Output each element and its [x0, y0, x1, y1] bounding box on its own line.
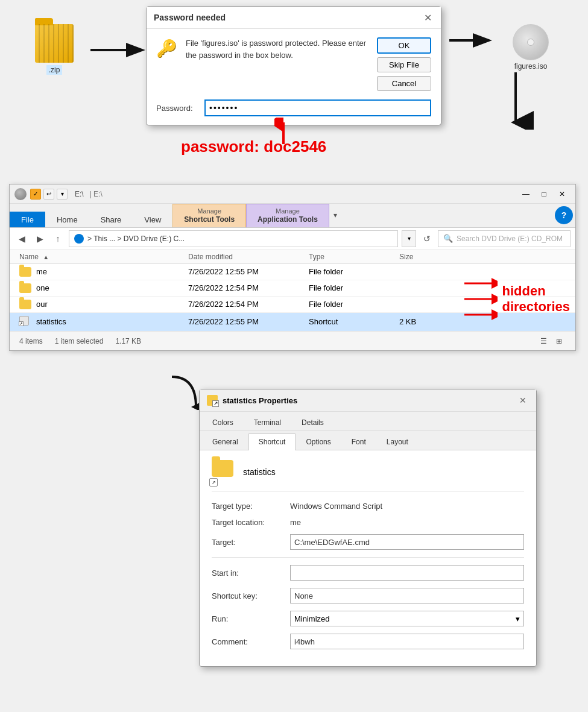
shortcut-key-input[interactable]	[290, 588, 524, 603]
ribbon-expand-button[interactable]: ▾	[329, 209, 341, 221]
tab-general[interactable]: General	[202, 433, 248, 450]
col-date[interactable]: Date modified	[188, 253, 309, 261]
arrow-big-down	[498, 69, 534, 132]
explorer-titlebar: ✓ ↩ ▾ E:\ | E:\ — □ ✕	[10, 184, 575, 204]
tab-shortcut[interactable]: Shortcut	[248, 433, 296, 450]
dropdown-arrow: ▾	[516, 614, 520, 623]
view-toggle: ☰ ⊞	[537, 335, 566, 348]
status-bar: 4 items 1 item selected 1.17 KB ☰ ⊞	[10, 332, 575, 350]
skip-file-button[interactable]: Skip File	[377, 57, 431, 72]
col-type[interactable]: Type	[309, 253, 399, 261]
address-path[interactable]: > This ... > DVD Drive (E:) C...	[69, 230, 398, 247]
properties-close-button[interactable]: ✕	[517, 394, 529, 406]
details-view-button[interactable]: ☰	[537, 335, 550, 348]
qat-save-button[interactable]: ✓	[30, 189, 41, 200]
file-list-header: Name ▲ Date modified Type Size	[10, 250, 575, 264]
target-input[interactable]	[290, 534, 524, 550]
run-row: Run: Minimized ▾	[212, 611, 524, 626]
manage-shortcut-label: Manage	[184, 207, 235, 215]
arrow-ok-to-iso	[446, 31, 495, 52]
password-label: Password:	[156, 104, 198, 113]
tab-options[interactable]: Options	[296, 433, 341, 450]
tab-font[interactable]: Font	[341, 433, 376, 450]
forward-button[interactable]: ▶	[33, 232, 47, 246]
dialog-close-button[interactable]: ✕	[422, 11, 434, 24]
target-type-label: Target type:	[212, 502, 290, 511]
back-button[interactable]: ◀	[14, 232, 29, 246]
target-label: Target:	[212, 538, 290, 547]
maximize-button[interactable]: □	[536, 187, 552, 201]
search-box[interactable]: 🔍 Search DVD Drive (E:) CD_ROM	[438, 230, 571, 247]
properties-tabs-top: Colors Terminal Details	[200, 412, 536, 431]
col-size[interactable]: Size	[399, 253, 447, 261]
password-annotation: password: doc2546	[181, 137, 326, 156]
properties-title-icon	[207, 395, 218, 406]
file-icon: ↗	[212, 460, 236, 484]
iso-file-icon: figures.iso	[507, 24, 555, 71]
manage-application-label: Manage	[258, 207, 318, 215]
ok-button[interactable]: OK	[377, 37, 431, 54]
qat-undo-button[interactable]: ↩	[43, 189, 54, 200]
tab-file[interactable]: File	[10, 212, 45, 227]
password-input[interactable]	[204, 99, 431, 116]
file-name: one	[36, 283, 49, 292]
target-location-value: me	[290, 518, 301, 527]
ribbon: File Home Share View Manage Shortcut Too…	[10, 204, 575, 228]
col-name[interactable]: Name ▲	[19, 253, 188, 261]
shortcut-arrow-badge: ↗	[19, 321, 24, 326]
minimize-button[interactable]: —	[517, 187, 534, 201]
large-icons-view-button[interactable]: ⊞	[552, 335, 566, 348]
start-in-input[interactable]	[290, 565, 524, 581]
properties-content: ↗ statistics Target type: Windows Comman…	[200, 450, 536, 666]
arrow-to-dialog	[87, 41, 148, 59]
target-location-row: Target location: me	[212, 518, 524, 527]
disc-icon	[513, 24, 549, 60]
file-date: 7/26/2022 12:54 PM	[188, 283, 309, 292]
address-bar: ◀ ▶ ↑ > This ... > DVD Drive (E:) C... ▾…	[10, 228, 575, 250]
close-button[interactable]: ✕	[554, 187, 571, 201]
password-dialog: Password needed ✕ 🔑 File 'figures.iso' i…	[146, 6, 441, 125]
shortcut-key-label: Shortcut key:	[212, 591, 290, 600]
target-location-label: Target location:	[212, 518, 290, 527]
zip-file-icon: .zip	[27, 24, 81, 75]
title-path: E:\	[75, 190, 84, 198]
properties-tabs-bottom: General Shortcut Options Font Layout	[200, 431, 536, 450]
window-icon	[14, 188, 27, 200]
comment-label: Comment:	[212, 637, 290, 646]
cancel-button[interactable]: Cancel	[377, 76, 431, 91]
search-placeholder: Search DVD Drive (E:) CD_ROM	[457, 235, 563, 243]
file-name: me	[36, 267, 47, 276]
tab-terminal[interactable]: Terminal	[244, 414, 291, 430]
tab-colors[interactable]: Colors	[202, 414, 244, 430]
target-type-value: Windows Command Script	[290, 502, 382, 511]
arrow-to-properties	[154, 374, 202, 412]
file-type: File folder	[309, 267, 399, 276]
hidden-dirs-annotation: hiddendirectories	[461, 277, 571, 321]
tab-manage-application[interactable]: Manage Application Tools	[246, 204, 329, 227]
run-dropdown[interactable]: Minimized ▾	[290, 611, 524, 626]
file-type: File folder	[309, 300, 399, 309]
status-selected: 1 item selected	[55, 337, 104, 345]
comment-row: Comment:	[212, 634, 524, 649]
dialog-message: File 'figures.iso' is password protected…	[186, 37, 368, 61]
dialog-title: Password needed	[154, 13, 226, 22]
up-button[interactable]: ↑	[51, 232, 65, 246]
tab-home[interactable]: Home	[45, 212, 89, 227]
address-dropdown[interactable]: ▾	[402, 230, 416, 247]
globe-icon	[74, 234, 84, 244]
address-text: > This ... > DVD Drive (E:) C...	[87, 235, 185, 243]
tab-share[interactable]: Share	[89, 212, 133, 227]
start-in-row: Start in:	[212, 565, 524, 581]
shortcut-icon: ↗	[19, 316, 31, 328]
comment-input[interactable]	[290, 634, 524, 649]
run-value: Minimized	[294, 614, 330, 623]
qat-dropdown-button[interactable]: ▾	[57, 189, 68, 200]
title-separator: | E:\	[90, 190, 103, 198]
tab-view[interactable]: View	[133, 212, 172, 227]
help-button[interactable]: ?	[555, 206, 573, 224]
tab-details[interactable]: Details	[291, 414, 334, 430]
tab-layout[interactable]: Layout	[376, 433, 419, 450]
quick-access-toolbar: ✓ ↩ ▾	[30, 189, 68, 200]
tab-manage-shortcut[interactable]: Manage Shortcut Tools	[172, 204, 246, 227]
refresh-button[interactable]: ↺	[420, 232, 434, 246]
